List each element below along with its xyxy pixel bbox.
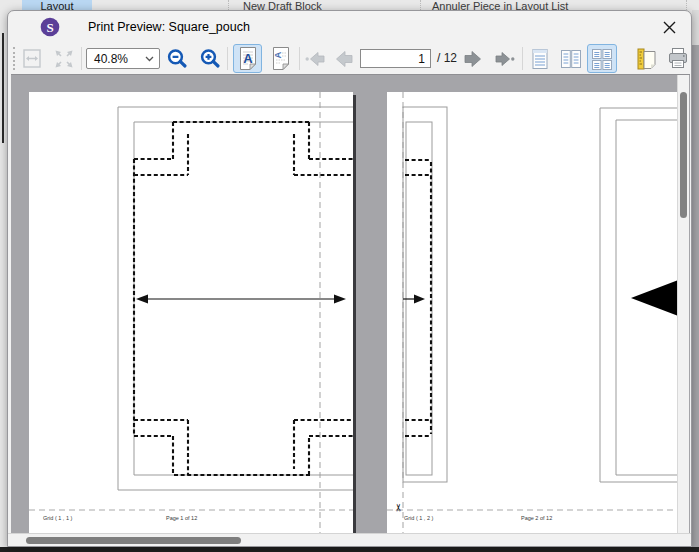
portrait-page-icon: A [237, 46, 259, 71]
previous-page-icon [332, 48, 356, 70]
overlap-lines [387, 92, 677, 533]
magnifier-plus-icon [198, 47, 222, 71]
toolbar-separator [81, 47, 82, 70]
background-bottom-strip [0, 547, 699, 552]
page-1-drawing [29, 92, 353, 533]
fit-width-icon [20, 47, 44, 71]
landscape-page-icon: A [270, 46, 292, 71]
fit-width-button[interactable] [18, 45, 45, 72]
svg-text:S: S [46, 20, 53, 35]
page-2: ✂ Grid ( 1 , 2 ) Page 2 of 12 [387, 92, 677, 533]
last-page-icon [492, 48, 516, 70]
page-number-label: Page 1 of 12 [166, 515, 197, 521]
window-title: Print Preview: Square_pouch [88, 20, 250, 34]
toolbar-separator-icon [420, 0, 423, 10]
page-number-input[interactable]: 1 [360, 49, 431, 68]
page-grid-label: Grid ( 1 , 2 ) [404, 515, 433, 521]
first-page-icon [304, 48, 328, 70]
toolbar-separator [522, 47, 523, 70]
page-number-label: Page 2 of 12 [521, 515, 552, 521]
facing-pages-icon [559, 47, 583, 71]
zoom-in-button[interactable] [196, 45, 223, 72]
svg-text:A: A [272, 51, 283, 58]
horizontal-scrollbar-thumb[interactable] [26, 537, 241, 544]
background-app-toolbar: Layout New Draft Block Annuler Piece in … [0, 0, 699, 10]
titlebar[interactable]: S Print Preview: Square_pouch [8, 11, 691, 43]
previous-page-button[interactable] [331, 45, 357, 72]
close-icon[interactable] [662, 20, 677, 35]
background-layout-tab[interactable]: Layout [22, 0, 92, 10]
toolbar: 40.8% [8, 43, 691, 74]
vertical-scrollbar[interactable] [677, 75, 689, 533]
landscape-button[interactable]: A [266, 44, 295, 73]
chevron-down-icon [145, 56, 154, 62]
background-left-strip [0, 10, 7, 547]
sheet-border-lines [403, 107, 677, 482]
last-page-button[interactable] [490, 45, 518, 72]
toolbar-separator-icon [686, 0, 689, 10]
page-setup-icon [635, 47, 659, 71]
grainline-arrow [136, 295, 346, 304]
screen: Layout New Draft Block Annuler Piece in … [0, 0, 699, 552]
page-1: Grid ( 1 , 1 ) Page 1 of 12 [29, 92, 353, 533]
single-page-view-button[interactable] [527, 45, 553, 72]
portrait-button[interactable]: A [233, 44, 262, 73]
page-setup-button[interactable] [634, 45, 660, 72]
zoom-combo[interactable]: 40.8% [86, 48, 160, 69]
toolbar-separator [227, 47, 228, 70]
app-icon: S [40, 17, 60, 37]
preview-area[interactable]: Grid ( 1 , 1 ) Page 1 of 12 [11, 74, 690, 533]
svg-text:A: A [243, 51, 253, 66]
page-grid-label: Grid ( 1 , 1 ) [43, 515, 72, 521]
print-button[interactable] [664, 45, 692, 72]
fit-page-icon [52, 47, 76, 71]
single-page-icon [528, 47, 552, 71]
facing-pages-view-button[interactable] [557, 45, 584, 72]
magnifier-minus-icon [165, 47, 189, 71]
background-right-strip [692, 10, 699, 547]
printer-icon [666, 47, 690, 71]
fit-page-button[interactable] [50, 45, 77, 72]
background-panel-edge [2, 33, 4, 143]
overview-pages-view-button[interactable] [587, 44, 617, 73]
first-page-button[interactable] [303, 45, 329, 72]
page-total-label: / 12 [437, 51, 457, 65]
scissors-icon: ✂ [393, 503, 404, 511]
alignment-triangle [631, 264, 677, 332]
background-annuler-piece-button[interactable]: Annuler Piece in Layout List [432, 0, 568, 10]
overlap-lines [29, 92, 353, 533]
vertical-scrollbar-thumb[interactable] [680, 92, 687, 218]
zoom-value: 40.8% [94, 52, 128, 66]
next-page-button[interactable] [460, 45, 486, 72]
print-preview-dialog: S Print Preview: Square_pouch [7, 10, 692, 547]
next-page-icon [461, 48, 485, 70]
toolbar-separator [299, 47, 300, 70]
toolbar-separator-icon [228, 0, 231, 10]
background-new-draft-block-button[interactable]: New Draft Block [243, 0, 322, 10]
page-2-drawing [387, 92, 677, 533]
zoom-out-button[interactable] [163, 45, 190, 72]
overview-pages-icon [590, 47, 614, 71]
horizontal-scrollbar[interactable] [8, 533, 692, 547]
